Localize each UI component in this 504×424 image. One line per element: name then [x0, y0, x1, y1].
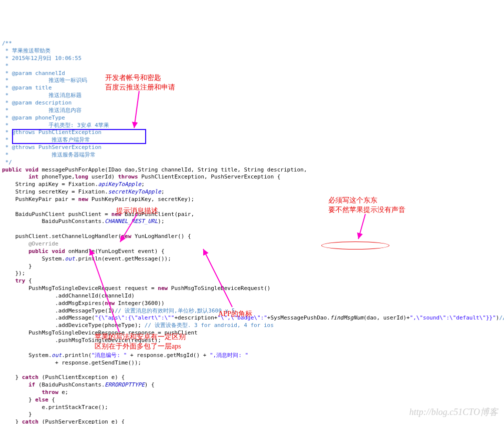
code-line: BaiduPushConstants.CHANNEL_REST_URL);: [2, 218, 165, 224]
code-line: .addDeviceType(phoneType); // 设置设备类型. 3 …: [2, 322, 274, 328]
annotation-apple-diff: 苹果的写法和安卓有一定区别 区别在于外面多包了一层aps: [95, 332, 186, 352]
comment-line: * @throws PushServerException: [2, 144, 102, 150]
method-signature-line2: int phoneType,long userId) throws PushCl…: [2, 174, 280, 180]
comment-line: * 手机类型: 3安卓 4苹果: [2, 122, 109, 128]
code-line: + response.getSendTime());: [2, 360, 141, 366]
comment-line: * 苹果推送帮助类: [2, 48, 51, 54]
code-line: @Override: [2, 240, 59, 247]
code-line: public void onHandle(YunLogEvent event) …: [2, 248, 165, 254]
annotation-app-badge: APP的角标: [218, 310, 252, 319]
watermark: http://blog.c51CTO博客: [409, 406, 498, 418]
comment-line: /**: [2, 40, 12, 46]
method-signature: public void messagePushForApple(IDao dao…: [2, 166, 307, 173]
code-line: } catch (PushServerException e) {: [2, 418, 125, 424]
code-line: .addMessage("{\"aps\":{\"alert\":\""+des…: [2, 314, 504, 321]
annotation-alert-desc: 提示消息描述: [116, 206, 158, 216]
code-line: PushKeyPair pair = new PushKeyPair(apiKe…: [2, 196, 194, 202]
code-line: .addMsgExpires(new Integer(3600)): [2, 300, 165, 306]
annotation-developer-account: 开发者帐号和密匙 百度云推送注册和申请: [105, 74, 175, 92]
comment-line: *: [2, 62, 9, 69]
code-line: if (BaiduPushConstants.ERROROPTTYPE) {: [2, 382, 155, 388]
code-line: pushClient.setChannelLogHandler(new YunL…: [2, 233, 191, 240]
code-line: });: [2, 270, 25, 276]
comment-line: * 推送服务器端异常: [2, 152, 96, 158]
comment-line: * @param phoneType: [2, 114, 65, 121]
comment-line: * 推送消息内容: [2, 107, 82, 114]
code-line: String apiKey = Fixation.apiKeyToApple;: [2, 181, 145, 188]
comment-line: */: [2, 159, 12, 166]
code-line: System.out.println("消息编号: " + response.g…: [2, 352, 248, 358]
comment-line: * @param description: [2, 100, 72, 106]
comment-line: * 推送消息标题: [2, 92, 82, 98]
highlight-box-keys: [12, 129, 146, 144]
comment-line: * @param channelId: [2, 70, 65, 76]
code-line: System.out.println(event.getMessage());: [2, 256, 171, 262]
code-line: PushMsgToSingleDeviceRequest request = n…: [2, 285, 270, 292]
comment-line: * @param title: [2, 84, 52, 91]
code-block: /** * 苹果推送帮助类 * 2015年12月9日 10:06:55 * * …: [2, 32, 502, 424]
comment-line: * 推送唯一标识码: [2, 77, 87, 84]
highlight-oval-sound: [321, 242, 389, 250]
code-line: .addMessageType(1)// 设置消息的有效时间,单位秒,默认360…: [2, 308, 238, 314]
code-line: e.printStackTrace();: [2, 404, 108, 410]
comment-line: * 2015年12月9日 10:06:55: [2, 55, 82, 62]
code-line: .addChannelId(channelId): [2, 292, 135, 299]
annotation-sound-required: 必须写这个东东 要不然苹果提示没有声音: [328, 196, 405, 215]
code-line: } else {: [2, 396, 55, 403]
code-line: BaiduPushClient pushClient = new BaiduPu…: [2, 211, 194, 218]
code-line: throw e;: [2, 389, 68, 396]
code-line: } catch (PushClientException e) {: [2, 374, 125, 380]
code-line: try {: [2, 278, 32, 284]
code-line: String secretKey = Fixation.secretKeyToA…: [2, 188, 165, 195]
code-line: }: [2, 263, 32, 270]
code-line: }: [2, 411, 32, 418]
